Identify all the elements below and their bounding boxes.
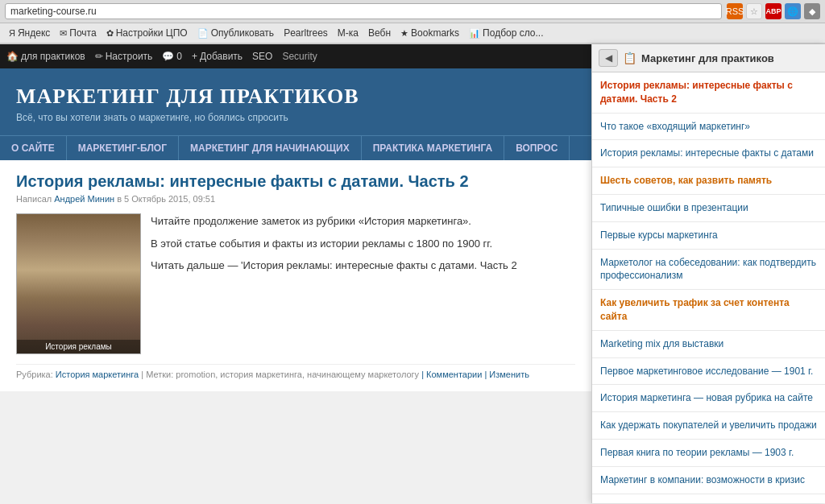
article-paragraph-2: В этой статье события и факты из истории… [151, 236, 575, 252]
rss-icon[interactable]: RSS [727, 3, 743, 19]
dropdown-item-8[interactable]: Marketing mix для выставки [592, 331, 825, 358]
publish-icon: 📄 [197, 28, 209, 39]
footer-comments-link[interactable]: | Комментарии [421, 370, 482, 379]
globe-icon[interactable]: 🌐 [785, 3, 801, 19]
footer-rubric-link[interactable]: История маркетинга [56, 370, 139, 379]
site-header: МАРКЕТИНГ ДЛЯ ПРАКТИКОВ Всё, что вы хоте… [0, 68, 591, 135]
meta-written: Написал [16, 194, 54, 204]
article-title: История рекламы: интересные факты с дата… [16, 172, 575, 191]
bookmark-publish-label: Опубликовать [211, 27, 274, 39]
bookmarks-label: Bookmarks [411, 27, 459, 39]
dropdown-back-button[interactable]: ◀ [599, 49, 618, 67]
dropdown-item-7[interactable]: Как увеличить трафик за счет контента са… [592, 290, 825, 331]
bookmark-mail-label: Почта [69, 27, 96, 39]
dropdown-title-text: Маркетинг для практиков [641, 52, 819, 64]
dropdown-panel: ◀ 📋 Маркетинг для практиков История рекл… [591, 44, 825, 503]
article-meta: Написал Андрей Минин в 5 Октябрь 2015, 0… [16, 194, 575, 204]
home-icon: 🏠 [6, 51, 19, 62]
security-label: Security [282, 51, 317, 62]
nav-questions[interactable]: ВОПРОС [504, 136, 570, 160]
article-image-wrap: История рекламы [16, 213, 141, 354]
dropdown-item-0[interactable]: История рекламы: интересные факты с дата… [592, 72, 825, 114]
footer-rubric-label: Рубрика: [16, 370, 53, 379]
comments-icon: 💬 [162, 51, 174, 62]
dropdown-item-2[interactable]: История рекламы: интересные факты с дата… [592, 140, 825, 167]
admin-comments-count: 0 [176, 51, 182, 62]
browser-icons: RSS ☆ ABP 🌐 ◆ [727, 3, 820, 19]
article-text: Читайте продолжение заметок из рубрики «… [151, 213, 575, 354]
dropdown-title-icon: 📋 [623, 52, 636, 64]
star-icon[interactable]: ☆ [746, 3, 762, 19]
bookmark-mail[interactable]: ✉ Почта [56, 26, 100, 40]
address-input[interactable]: marketing-course.ru [5, 3, 722, 19]
mka-label: М-ка [338, 27, 359, 39]
dropdown-item-1[interactable]: Что такое «входящий маркетинг» [592, 114, 825, 141]
article-image-placeholder: История рекламы [17, 214, 140, 353]
bookmark-podbor[interactable]: 📊 Подбор сло... [465, 26, 547, 40]
bookmark-yandex[interactable]: Я Яндекс [5, 26, 54, 40]
dropdown-item-10[interactable]: История маркетинга — новая рубрика на са… [592, 385, 825, 412]
nav-practice[interactable]: ПРАКТИКА МАРКЕТИНГА [362, 136, 504, 160]
dropdown-item-6[interactable]: Маркетолог на собеседовании: как подтвер… [592, 250, 825, 291]
admin-comments[interactable]: 💬 0 [162, 51, 182, 62]
settings-icon: ✿ [106, 28, 114, 39]
nav-bar: О САЙТЕ МАРКЕТИНГ-БЛОГ МАРКЕТИНГ ДЛЯ НАЧ… [0, 135, 591, 160]
site-title: МАРКЕТИНГ ДЛЯ ПРАКТИКОВ [16, 85, 575, 109]
footer-tags-label: | Метки: [141, 370, 173, 379]
bookmark-vebn[interactable]: Вебн [364, 26, 395, 40]
article-body: История рекламы Читайте продолжение заме… [16, 213, 575, 354]
main-layout: 🏠 для практиков ✏ Настроить 💬 0 + Добави… [0, 44, 825, 503]
address-bar: marketing-course.ru RSS ☆ ABP 🌐 ◆ [0, 0, 825, 23]
browser-chrome: marketing-course.ru RSS ☆ ABP 🌐 ◆ Я Янде… [0, 0, 825, 44]
article-paragraph-1: Читайте продолжение заметок из рубрики «… [151, 213, 575, 229]
bookmark-settings[interactable]: ✿ Настройки ЦПО [102, 26, 192, 40]
bookmark-yandex-label: Яндекс [18, 27, 50, 39]
dropdown-item-3[interactable]: Шесть советов, как развить память [592, 167, 825, 195]
admin-customize-label: Настроить [106, 51, 153, 62]
bookmarks-bar: Я Яндекс ✉ Почта ✿ Настройки ЦПО 📄 Опубл… [0, 23, 825, 43]
dropdown-item-13[interactable]: Маркетинг в компании: возможности в криз… [592, 467, 825, 494]
nav-blog[interactable]: МАРКЕТИНГ-БЛОГ [67, 136, 179, 160]
add-icon: + [192, 51, 197, 62]
meta-date-value: в 5 Октябрь 2015, 09:51 [117, 194, 215, 204]
meta-author[interactable]: Андрей Минин [54, 194, 114, 204]
dropdown-item-11[interactable]: Как удержать покупателей и увеличить про… [592, 412, 825, 440]
bookmarks-star-icon: ★ [400, 28, 408, 39]
admin-add-label: Добавить [200, 51, 243, 62]
dropdown-item-5[interactable]: Первые курсы маркетинга [592, 222, 825, 250]
footer-tags: promotion, история маркетинга, начинающе… [176, 370, 419, 379]
bookmark-settings-label: Настройки ЦПО [116, 27, 188, 39]
article-image: История рекламы [16, 213, 141, 354]
admin-home[interactable]: 🏠 для практиков [6, 51, 85, 62]
bookmark-publish[interactable]: 📄 Опубликовать [193, 26, 278, 40]
dropdown-list: История рекламы: интересные факты с дата… [592, 72, 825, 503]
podbor-icon: 📊 [469, 28, 480, 39]
bookmark-pearltrees[interactable]: Pearltrees [280, 26, 332, 40]
admin-seo[interactable]: SEO [252, 51, 272, 62]
plugin-icon[interactable]: ◆ [804, 3, 820, 19]
admin-add[interactable]: + Добавить [192, 51, 243, 62]
abp-icon[interactable]: ABP [765, 3, 781, 19]
nav-beginners[interactable]: МАРКЕТИНГ ДЛЯ НАЧИНАЮЩИХ [179, 136, 362, 160]
article-paragraph-3: Читать дальше — 'История рекламы: интере… [151, 258, 575, 274]
bookmark-bookmarks[interactable]: ★ Bookmarks [396, 26, 463, 40]
footer-edit-link[interactable]: | Изменить [484, 370, 529, 379]
customize-icon: ✏ [95, 51, 103, 62]
website-area: 🏠 для практиков ✏ Настроить 💬 0 + Добави… [0, 44, 591, 503]
vebn-label: Вебн [368, 27, 391, 39]
seo-label: SEO [252, 51, 272, 62]
nav-about[interactable]: О САЙТЕ [0, 136, 67, 160]
bookmark-mka[interactable]: М-ка [334, 26, 363, 40]
admin-security[interactable]: Security [282, 51, 317, 62]
admin-customize[interactable]: ✏ Настроить [95, 51, 153, 62]
article-footer: Рубрика: История маркетинга | Метки: pro… [16, 364, 575, 379]
podbor-label: Подбор сло... [483, 27, 543, 39]
mail-icon: ✉ [60, 28, 67, 39]
dropdown-item-12[interactable]: Первая книга по теории рекламы — 1903 г. [592, 440, 825, 467]
site-tagline: Всё, что вы хотели знать о маркетинге, н… [16, 112, 575, 123]
dropdown-item-9[interactable]: Первое маркетинговое исследование — 1901… [592, 358, 825, 386]
dropdown-item-4[interactable]: Типичные ошибки в презентации [592, 195, 825, 222]
image-caption: История рекламы [17, 340, 140, 353]
content-area: История рекламы: интересные факты с дата… [0, 160, 591, 391]
admin-bar: 🏠 для практиков ✏ Настроить 💬 0 + Добави… [0, 44, 591, 68]
